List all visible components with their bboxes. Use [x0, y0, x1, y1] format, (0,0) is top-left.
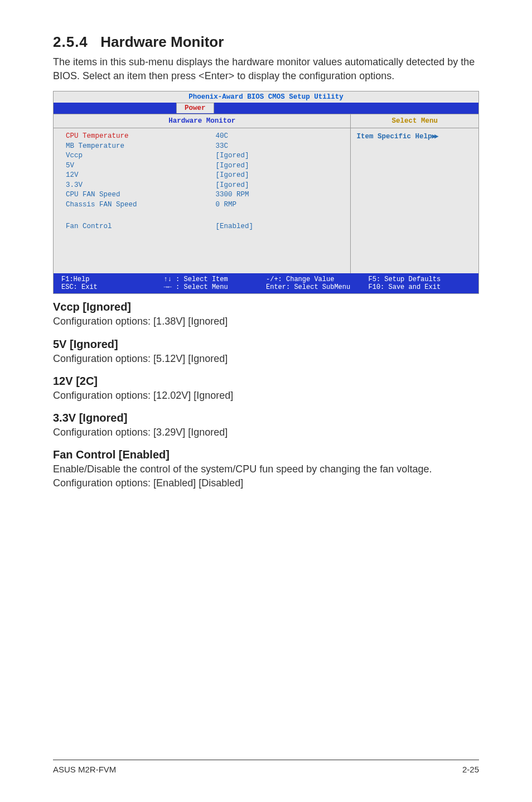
bios-right-header: Select Menu: [351, 114, 478, 128]
table-row[interactable]: 5V [Igored]: [66, 161, 338, 171]
row-label: CPU FAN Speed: [66, 190, 216, 200]
row-value: [Enabled]: [216, 222, 338, 232]
bios-tab-row: Power: [54, 103, 478, 114]
footer-key: F5: Setup Defaults: [369, 276, 441, 283]
bios-left-panel: Hardware Monitor CPU Temperature 40C MB …: [54, 114, 351, 273]
table-row[interactable]: Chassis FAN Speed 0 RMP: [66, 200, 338, 210]
row-value: [Igored]: [216, 181, 338, 191]
bios-footer: F1:Help ESC: Exit ↑↓ : Select Item →← : …: [54, 273, 478, 293]
option-desc: Configuration options: [1.38V] [Ignored]: [53, 315, 479, 328]
chevron-right-icon: ▶▶: [432, 133, 437, 141]
row-value: 40C: [216, 132, 338, 142]
footer-col: -/+: Change Value Enter: Select SubMenu: [266, 276, 369, 291]
table-row[interactable]: Fan Control [Enabled]: [66, 222, 338, 232]
bios-main: Hardware Monitor CPU Temperature 40C MB …: [54, 114, 478, 273]
row-value: [Igored]: [216, 171, 338, 181]
row-label: 3.3V: [66, 181, 216, 191]
row-label: Fan Control: [66, 222, 216, 232]
footer-col: ↑↓ : Select Item →← : Select Menu: [164, 276, 267, 291]
option-heading-5v: 5V [Ignored]: [53, 338, 479, 351]
section-number: 2.5.4: [53, 33, 88, 50]
row-label: Vccp: [66, 151, 216, 161]
option-heading-3-3v: 3.3V [Ignored]: [53, 412, 479, 424]
page-footer: ASUS M2R-FVM 2-25: [53, 760, 479, 774]
row-label: MB Temperature: [66, 142, 216, 152]
footer-right: 2-25: [462, 765, 479, 774]
footer-key: ESC: Exit: [61, 283, 98, 291]
intro-paragraph: The items in this sub-menu displays the …: [53, 55, 479, 83]
bios-tab-power[interactable]: Power: [176, 103, 214, 113]
table-row[interactable]: MB Temperature 33C: [66, 142, 338, 152]
footer-key: →← : Select Menu: [164, 283, 228, 291]
footer-col: F5: Setup Defaults F10: Save and Exit: [369, 276, 471, 291]
bios-screenshot: Phoenix-Award BIOS CMOS Setup Utility Po…: [53, 91, 479, 294]
table-row[interactable]: CPU Temperature 40C: [66, 132, 338, 142]
row-label: CPU Temperature: [66, 132, 216, 142]
bios-left-body: CPU Temperature 40C MB Temperature 33C V…: [54, 128, 350, 273]
footer-key: -/+: Change Value: [266, 276, 334, 283]
option-desc: Configuration options: [3.29V] [Ignored]: [53, 426, 479, 439]
section-heading: 2.5.4 Hardware Monitor: [53, 33, 479, 51]
option-heading-fan-control: Fan Control [Enabled]: [53, 448, 479, 461]
table-row[interactable]: Vccp [Igored]: [66, 151, 338, 161]
row-label: Chassis FAN Speed: [66, 200, 216, 210]
bios-left-header: Hardware Monitor: [54, 114, 350, 128]
option-desc: Configuration options: [12.02V] [Ignored…: [53, 389, 479, 403]
footer-col: F1:Help ESC: Exit: [61, 276, 164, 291]
spacer: [66, 210, 338, 222]
table-row[interactable]: 3.3V [Igored]: [66, 181, 338, 191]
row-value: 0 RMP: [216, 200, 338, 210]
footer-left: ASUS M2R-FVM: [53, 765, 116, 774]
row-value: 33C: [216, 142, 338, 152]
option-heading-12v: 12V [2C]: [53, 375, 479, 388]
row-value: 3300 RPM: [216, 190, 338, 200]
option-desc: Enable/Disable the control of the system…: [53, 462, 479, 490]
row-value: [Igored]: [216, 161, 338, 171]
bios-help-area: Item Specific Help▶▶: [351, 128, 478, 144]
footer-key: F1:Help: [61, 276, 89, 283]
footer-key: ↑↓ : Select Item: [164, 276, 228, 283]
option-desc: Configuration options: [5.12V] [Ignored]: [53, 352, 479, 366]
section-title: Hardware Monitor: [100, 33, 224, 50]
bios-right-panel: Select Menu Item Specific Help▶▶: [351, 114, 478, 273]
bios-title: Phoenix-Award BIOS CMOS Setup Utility: [54, 91, 478, 103]
table-row[interactable]: 12V [Igored]: [66, 171, 338, 181]
table-row[interactable]: CPU FAN Speed 3300 RPM: [66, 190, 338, 200]
footer-key: Enter: Select SubMenu: [266, 283, 350, 291]
bios-help-text: Item Specific Help: [356, 133, 432, 141]
row-label: 5V: [66, 161, 216, 171]
row-label: 12V: [66, 171, 216, 181]
row-value: [Igored]: [216, 151, 338, 161]
option-heading-vccp: Vccp [Ignored]: [53, 301, 479, 313]
footer-key: F10: Save and Exit: [369, 283, 441, 291]
